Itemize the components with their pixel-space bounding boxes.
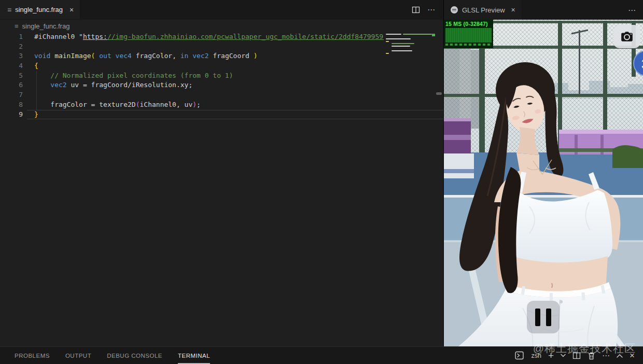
preview-more-actions-icon[interactable]: ⋯ xyxy=(628,6,636,14)
code-line[interactable]: 9} xyxy=(0,110,443,120)
more-actions-icon[interactable]: ⋯ xyxy=(427,6,435,13)
shader-output-image: 3 xyxy=(444,20,643,346)
panel-tab-debug-console[interactable]: DEBUG CONSOLE xyxy=(107,347,162,364)
line-content: { xyxy=(27,61,443,71)
preview-tab-close-icon[interactable]: × xyxy=(511,6,515,14)
line-number: 1 xyxy=(0,32,27,42)
code-line[interactable]: 1#iChannel0 "https://img-baofun.zhhainia… xyxy=(0,32,443,42)
camera-icon xyxy=(620,31,634,43)
panel-tab-output[interactable]: OUTPUT xyxy=(65,347,91,364)
vscode-window: ≡ single_func.frag × ⋯ ≡ single_func.fra… xyxy=(0,0,643,364)
line-number: 5 xyxy=(0,71,27,81)
pause-button[interactable] xyxy=(527,301,560,333)
line-content: void mainImage( out vec4 fragColor, in v… xyxy=(27,51,443,61)
code-lines: 1#iChannel0 "https://img-baofun.zhhainia… xyxy=(0,32,443,119)
line-number: 2 xyxy=(0,42,27,52)
indent-guide xyxy=(36,71,37,110)
line-number: 3 xyxy=(0,51,27,61)
editor-tabbar: ≡ single_func.frag × ⋯ xyxy=(0,0,443,20)
line-content: #iChannel0 "https://img-baofun.zhhainiao… xyxy=(27,32,443,42)
breadcrumb-label: single_func.frag xyxy=(22,22,70,30)
watermark: @稀土掘金技术社区 xyxy=(533,341,636,356)
preview-tab-label: GLSL Preview xyxy=(462,6,505,14)
tab-close-icon[interactable]: × xyxy=(69,6,74,14)
line-number: 7 xyxy=(0,90,27,100)
minimap[interactable] xyxy=(384,32,436,56)
code-line[interactable]: 8 fragColor = texture2D(iChannel0, uv); xyxy=(0,100,443,110)
tab-glsl-preview[interactable]: GLSL Preview × xyxy=(444,0,522,20)
panel-tab-terminal[interactable]: TERMINAL xyxy=(178,347,210,364)
panel-tabs: PROBLEMSOUTPUTDEBUG CONSOLETERMINAL xyxy=(0,347,210,364)
glsl-preview-panel: GLSL Preview × ⋯ xyxy=(443,0,643,346)
preview-tabbar: GLSL Preview × ⋯ xyxy=(444,0,643,20)
line-content xyxy=(27,90,443,100)
terminal-icon xyxy=(515,351,524,360)
workbench: ≡ single_func.frag × ⋯ ≡ single_func.fra… xyxy=(0,0,643,346)
fps-stats-text: 15 MS (0-32847) xyxy=(445,21,492,27)
screenshot-button[interactable] xyxy=(613,25,640,48)
panel-tab-problems[interactable]: PROBLEMS xyxy=(15,347,50,364)
line-content: // Normalized pixel coordinates (from 0 … xyxy=(27,71,443,81)
breadcrumb-file-icon: ≡ xyxy=(15,22,19,30)
line-content: } xyxy=(27,110,443,120)
line-number: 4 xyxy=(0,61,27,71)
shader-preview-viewport[interactable]: 3 15 MS (0-32847) xyxy=(444,20,643,346)
code-line[interactable]: 6 vec2 uv = fragCoord/iResolution.xy; xyxy=(0,80,443,90)
file-icon: ≡ xyxy=(7,6,11,14)
line-content: fragColor = texture2D(iChannel0, uv); xyxy=(27,100,443,110)
code-line[interactable]: 3void mainImage( out vec4 fragColor, in … xyxy=(0,51,443,61)
sash-handle[interactable] xyxy=(436,92,442,95)
editor-group: ≡ single_func.frag × ⋯ ≡ single_func.fra… xyxy=(0,0,443,346)
code-line[interactable]: 4{ xyxy=(0,61,443,71)
glsl-extension-icon xyxy=(451,6,458,13)
fps-stats-panel[interactable]: 15 MS (0-32847) xyxy=(444,20,493,48)
fps-stats-baseline xyxy=(445,44,492,46)
code-line[interactable]: 2 xyxy=(0,42,443,52)
line-content xyxy=(27,42,443,52)
line-number: 6 xyxy=(0,80,27,90)
split-editor-icon[interactable] xyxy=(412,6,420,14)
overview-ruler-marker xyxy=(432,34,435,36)
line-content: vec2 uv = fragCoord/iResolution.xy; xyxy=(27,80,443,90)
code-editor[interactable]: 1#iChannel0 "https://img-baofun.zhhainia… xyxy=(0,32,443,346)
pause-icon xyxy=(546,309,551,326)
breadcrumb[interactable]: ≡ single_func.frag xyxy=(0,20,443,32)
code-line[interactable]: 5 // Normalized pixel coordinates (from … xyxy=(0,71,443,81)
code-line[interactable]: 7 xyxy=(0,90,443,100)
pause-icon xyxy=(535,309,540,326)
editor-actions: ⋯ xyxy=(412,0,443,19)
line-number: 9 xyxy=(0,110,27,120)
fps-stats-graph xyxy=(445,28,492,43)
tab-single-func-frag[interactable]: ≡ single_func.frag × xyxy=(0,0,80,19)
line-number: 8 xyxy=(0,100,27,110)
tab-label: single_func.frag xyxy=(15,6,63,13)
